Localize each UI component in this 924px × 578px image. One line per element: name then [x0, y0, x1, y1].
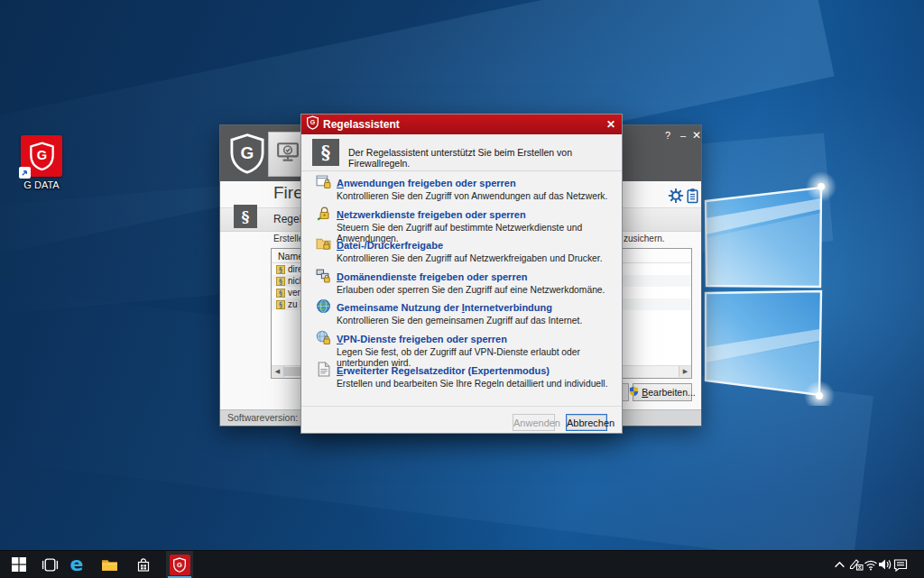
wizard-option-link[interactable]: Netzwerkdienste freigeben oder sperren — [337, 209, 526, 221]
wizard-option-link[interactable]: VPN-Dienste freigeben oder sperren — [337, 334, 507, 345]
ruleset-section-icon: § — [276, 300, 285, 309]
domain-computers-lock-icon — [316, 268, 331, 283]
tray-wifi[interactable] — [863, 551, 878, 578]
ruleset-section-icon: § — [276, 289, 285, 298]
wizard-option-description: Kontrollieren Sie den gemeinsamen Zugrif… — [337, 316, 622, 326]
wizard-option-description: Erstellen und bearbeiten Sie Ihre Regeln… — [337, 379, 622, 390]
tray-action-center[interactable] — [892, 551, 908, 578]
wizard-option-link[interactable]: Erweiterter Regelsatzeditor (Expertenmod… — [337, 365, 550, 377]
application-lock-icon — [316, 174, 331, 189]
divider — [301, 406, 622, 407]
edge-button[interactable]: e — [63, 551, 90, 578]
store-button[interactable] — [130, 551, 157, 578]
store-icon — [136, 557, 151, 573]
svg-text:G: G — [241, 143, 254, 162]
cancel-button[interactable]: Abbrechen — [566, 414, 607, 431]
svg-text:G: G — [177, 560, 182, 568]
volume-icon — [878, 558, 892, 571]
network-service-lock-icon — [316, 206, 331, 221]
file-explorer-button[interactable] — [96, 551, 123, 578]
internet-globe-icon — [316, 298, 331, 314]
dialog-header: § Der Regelassistent unterstützt Sie bei… — [301, 134, 622, 171]
gdata-tile-icon: G — [170, 555, 190, 575]
desktop-shortcut-label: G DATA — [16, 179, 67, 190]
wizard-options-list: Anwendungen freigeben oder sperrenKontro… — [301, 174, 622, 392]
scroll-left-arrow[interactable]: ◀ — [272, 366, 284, 377]
ruleset-section-icon: § — [276, 277, 285, 286]
scroll-right-arrow[interactable]: ▶ — [679, 366, 691, 377]
wizard-option-3: Datei-/DruckerfreigabeKontrollieren Sie … — [301, 236, 622, 268]
wizard-option-1: Anwendungen freigeben oder sperrenKontro… — [301, 174, 622, 206]
dialog-intro-text: Der Regelassistent unterstützt Sie beim … — [348, 147, 614, 169]
rulesets-subtitle-right: zusichern. — [624, 234, 665, 243]
wizard-option-description: Kontrollieren Sie den Zugriff auf Netzwe… — [337, 253, 622, 264]
start-button[interactable] — [5, 551, 32, 578]
desktop: G G DATA G ? – ✕ Firewall — [0, 0, 924, 578]
close-icon[interactable]: ✕ — [604, 117, 618, 132]
uac-shield-icon — [629, 386, 639, 399]
gear-icon[interactable] — [668, 188, 684, 204]
ruleset-editor-document-icon — [316, 362, 331, 377]
svg-text:G: G — [36, 148, 46, 162]
gdata-shield-icon: G — [307, 115, 319, 133]
close-button[interactable]: ✕ — [690, 129, 703, 142]
wizard-option-description: Kontrollieren Sie den Zugriff von Anwend… — [337, 191, 622, 202]
chevron-up-icon — [834, 561, 845, 569]
apply-button[interactable]: Anwenden — [513, 414, 555, 431]
start-icon — [12, 557, 26, 572]
shortcut-arrow-icon — [19, 167, 31, 179]
section-sign-icon: § — [312, 139, 339, 166]
wizard-option-description: Erlauben oder sperren Sie den Zugriff au… — [337, 285, 622, 296]
edit-button-label: Bearbeiten... — [642, 387, 696, 398]
tray-show-hidden[interactable] — [832, 551, 847, 578]
gdata-desktop-shortcut[interactable]: G G DATA — [16, 135, 67, 190]
folder-icon — [101, 558, 118, 572]
wizard-option-link[interactable]: Anwendungen freigeben oder sperren — [337, 178, 516, 189]
ruleset-section-icon: § — [276, 265, 285, 274]
task-view-button[interactable] — [36, 551, 63, 578]
pen-input-icon — [849, 558, 864, 571]
task-view-icon — [42, 558, 59, 572]
wizard-option-6: VPN-Dienste freigeben oder sperrenLegen … — [301, 330, 622, 362]
help-button[interactable]: ? — [661, 129, 674, 142]
wizard-option-link[interactable]: Datei-/Druckerfreigabe — [337, 240, 443, 252]
wizard-option-link[interactable]: Domänendienste freigeben oder sperren — [337, 271, 528, 283]
wizard-option-7: Erweiterter Regelsatzeditor (Expertenmod… — [301, 362, 622, 393]
folder-printer-lock-icon — [316, 236, 331, 252]
wizard-option-5: Gemeinsame Nutzung der Internetverbindun… — [301, 298, 622, 330]
svg-text:G: G — [310, 119, 316, 125]
wizard-option-2: Netzwerkdienste freigeben oder sperrenSt… — [301, 206, 622, 237]
edit-button[interactable]: Bearbeiten... — [633, 383, 692, 401]
action-center-icon — [893, 558, 908, 572]
vpn-globe-lock-icon — [316, 330, 331, 345]
minimize-button[interactable]: – — [677, 129, 689, 142]
dialog-title: Regelassistent — [323, 118, 400, 131]
wizard-option-link[interactable]: Gemeinsame Nutzung der Internetverbindun… — [337, 302, 552, 314]
gdata-shield-icon: G — [21, 135, 62, 177]
gdata-app-button[interactable]: G — [166, 551, 193, 578]
rule-assistant-dialog: G Regelassistent ✕ § Der Regelassistent … — [300, 114, 623, 434]
taskbar: eG — [0, 550, 924, 578]
tray-volume[interactable] — [877, 551, 892, 578]
gdata-shield-icon: G — [230, 133, 264, 178]
section-sign-icon: § — [234, 205, 257, 228]
dialog-title-bar: G Regelassistent ✕ — [301, 115, 622, 134]
wifi-icon — [864, 559, 878, 571]
security-monitor-check-icon — [276, 141, 300, 168]
edge-icon: e — [70, 555, 84, 574]
wizard-option-4: Domänendienste freigeben oder sperrenErl… — [301, 268, 622, 299]
clipboard-icon[interactable] — [686, 188, 700, 204]
tray-pen-input[interactable] — [848, 551, 864, 578]
windows-logo-icon — [695, 162, 839, 406]
